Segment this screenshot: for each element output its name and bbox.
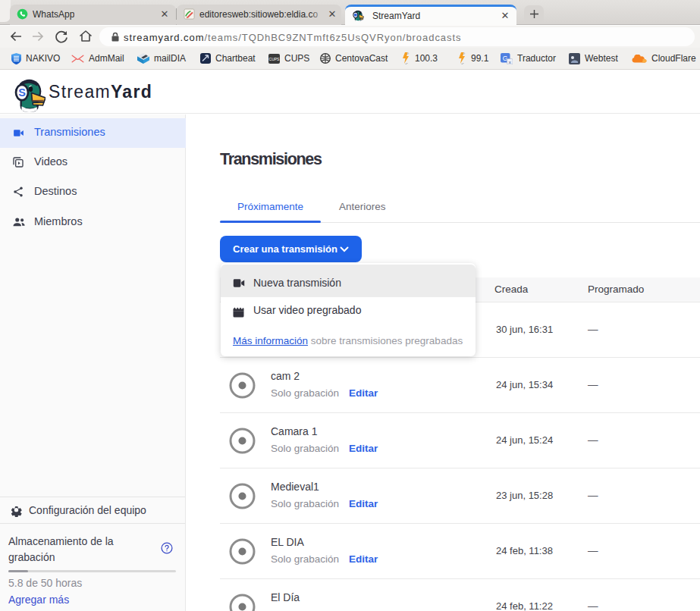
svg-text:CUPS: CUPS (269, 57, 280, 61)
svg-text:S: S (18, 86, 26, 99)
svg-text:x: x (509, 59, 511, 64)
